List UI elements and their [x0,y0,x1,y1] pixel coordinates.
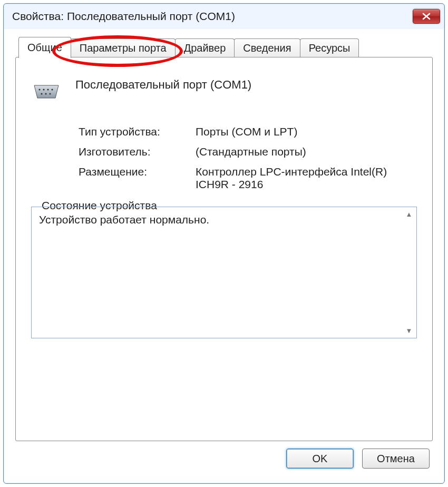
button-label: OK [313,453,328,464]
value-location: Контроллер LPC-интерфейса Intel(R) ICH9R… [196,165,417,191]
tab-details[interactable]: Сведения [234,38,300,57]
properties-dialog: Свойства: Последовательный порт (COM1) О… [3,3,445,484]
svg-point-3 [51,89,53,90]
tab-resources[interactable]: Ресурсы [300,38,359,57]
titlebar: Свойства: Последовательный порт (COM1) [4,4,444,29]
tab-label: Сведения [243,42,291,54]
status-text: Устройство работает нормально. [39,213,209,226]
status-scrollbar[interactable]: ▲ ▼ [404,210,414,335]
device-status-group: Состояние устройства Устройство работает… [31,207,417,338]
tab-label: Ресурсы [309,42,350,54]
tab-driver[interactable]: Драйвер [175,38,235,57]
scroll-up-icon[interactable]: ▲ [404,210,414,218]
tab-port-settings[interactable]: Параметры порта [71,38,176,57]
device-name: Последовательный порт (COM1) [75,77,251,92]
close-button[interactable] [413,9,440,24]
svg-point-6 [49,93,51,94]
device-header: Последовательный порт (COM1) [31,77,417,102]
svg-point-2 [47,89,48,90]
svg-point-5 [45,93,46,94]
value-manufacturer: (Стандартные порты) [196,145,417,158]
svg-point-4 [41,93,42,94]
close-icon [422,13,431,20]
tabstrip: Общие Параметры порта Драйвер Сведения Р… [9,34,439,57]
label-device-type: Тип устройства: [79,125,189,138]
tab-panel-general: Последовательный порт (COM1) Тип устройс… [15,57,433,441]
cancel-button[interactable]: Отмена [362,449,430,469]
client-area: Общие Параметры порта Драйвер Сведения Р… [9,34,439,477]
device-info-grid: Тип устройства: Порты (COM и LPT) Изгото… [79,125,417,191]
dialog-button-bar: OK Отмена [286,449,430,469]
button-label: Отмена [377,453,415,464]
status-textbox[interactable]: Устройство работает нормально. ▲ ▼ [31,207,417,338]
label-location: Размещение: [79,165,189,191]
svg-point-0 [38,89,40,90]
ok-button[interactable]: OK [286,449,354,469]
tab-general[interactable]: Общие [18,37,71,58]
tab-label: Драйвер [184,42,226,54]
svg-point-1 [43,89,44,90]
tab-label: Общие [27,42,62,53]
value-device-type: Порты (COM и LPT) [196,125,417,138]
tab-label: Параметры порта [80,42,167,54]
window-title: Свойства: Последовательный порт (COM1) [12,10,235,23]
label-manufacturer: Изготовитель: [79,145,189,158]
scroll-down-icon[interactable]: ▼ [404,327,414,335]
serial-port-icon [31,80,62,102]
